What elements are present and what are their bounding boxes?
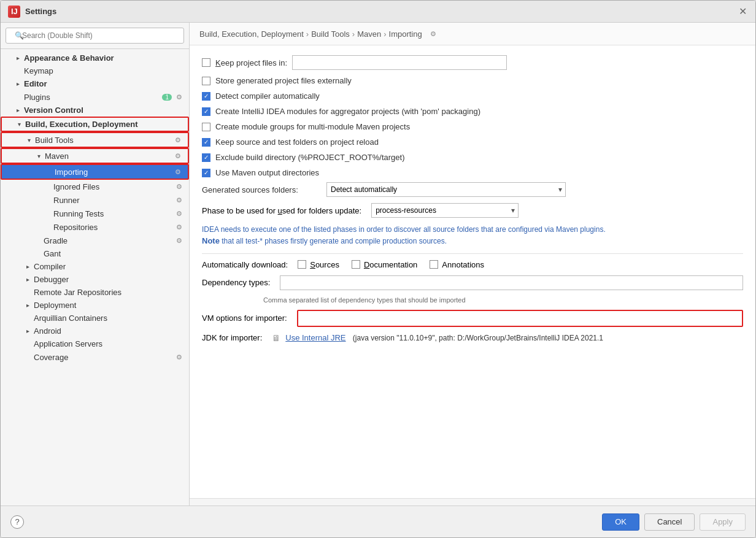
sidebar-item-gant[interactable]: Gant bbox=[1, 247, 189, 260]
sidebar-item-compiler[interactable]: ▸ Compiler bbox=[1, 260, 189, 273]
sidebar-item-runner[interactable]: Runner ⚙ bbox=[1, 193, 189, 207]
settings-icon: ⚙ bbox=[173, 151, 183, 161]
close-button[interactable]: ✕ bbox=[737, 6, 748, 17]
sidebar-item-version-control[interactable]: ▸ Version Control bbox=[1, 104, 189, 117]
dependency-types-input[interactable]: jar, test-jar, maven-plugin, ejb, ejb-cl… bbox=[280, 275, 743, 290]
phase-select[interactable]: process-resources generate-sources gener… bbox=[371, 203, 519, 218]
arrow-icon: ▾ bbox=[24, 137, 34, 144]
sidebar-item-label: Compiler bbox=[34, 262, 184, 271]
dependency-types-label: Dependency types: bbox=[202, 278, 270, 287]
keep-project-files-row: Keep project files in: bbox=[202, 55, 743, 70]
sidebar-item-debugger[interactable]: ▸ Debugger bbox=[1, 273, 189, 286]
sources-checkbox[interactable] bbox=[298, 260, 306, 269]
exclude-build-dir-checkbox[interactable]: ✓ bbox=[202, 153, 210, 162]
jdk-detail: (java version "11.0.10+9", path: D:/Work… bbox=[351, 334, 604, 342]
help-button[interactable]: ? bbox=[10, 515, 24, 529]
keep-source-folders-checkbox[interactable]: ✓ bbox=[202, 138, 210, 147]
arrow-icon: ▸ bbox=[23, 276, 33, 283]
auto-download-row: Automatically download: Sources Document… bbox=[202, 260, 743, 269]
auto-download-label: Automatically download: bbox=[202, 260, 288, 269]
sidebar-item-android[interactable]: ▸ Android bbox=[1, 325, 189, 337]
sidebar-item-label: Gant bbox=[44, 249, 184, 258]
settings-icon: ⚙ bbox=[173, 135, 183, 145]
plugins-badge: 1 bbox=[162, 94, 172, 101]
sidebar-item-label: Version Control bbox=[24, 106, 184, 115]
breadcrumb-settings-icon[interactable]: ⚙ bbox=[428, 29, 438, 39]
sidebar-item-label: Android bbox=[34, 326, 184, 336]
phase-label: Phase to be used for used for folders up… bbox=[202, 206, 361, 215]
sidebar-item-label: Editor bbox=[24, 79, 184, 88]
sidebar-item-appearance-behavior[interactable]: ▸ Appearance & Behavior bbox=[1, 52, 189, 64]
sidebar-item-app-servers[interactable]: Application Servers bbox=[1, 337, 189, 350]
sidebar-item-label: Build, Execution, Deployment bbox=[25, 120, 183, 129]
sidebar-item-editor[interactable]: ▸ Editor bbox=[1, 77, 189, 90]
detect-compiler-checkbox[interactable]: ✓ bbox=[202, 92, 210, 101]
jdk-label: JDK for importer: bbox=[202, 333, 262, 342]
info-text-line1: IDEA needs to execute one of the listed … bbox=[202, 224, 743, 235]
sidebar-item-importing[interactable]: Importing ⚙ bbox=[1, 164, 189, 180]
sidebar-tree: ▸ Appearance & Behavior Keymap ▸ Editor … bbox=[1, 49, 189, 505]
keep-project-files-label: Keep project files in: bbox=[215, 58, 287, 67]
settings-icon: ⚙ bbox=[174, 195, 184, 205]
ok-button[interactable]: OK bbox=[602, 513, 639, 531]
create-module-groups-checkbox[interactable] bbox=[202, 123, 210, 131]
breadcrumb-sep-3: › bbox=[384, 29, 386, 39]
sidebar-item-maven[interactable]: ▾ Maven ⚙ bbox=[1, 148, 189, 164]
keep-project-files-checkbox[interactable] bbox=[202, 58, 210, 67]
create-module-groups-label: Create module groups for multi-module Ma… bbox=[215, 122, 410, 131]
arrow-icon: ▸ bbox=[23, 302, 33, 309]
create-intellij-modules-label: Create IntelliJ IDEA modules for aggrega… bbox=[215, 107, 480, 116]
sidebar-item-remote-jar[interactable]: Remote Jar Repositories bbox=[1, 286, 189, 299]
sidebar-item-build-exec-deploy[interactable]: ▾ Build, Execution, Deployment bbox=[1, 117, 189, 132]
arrow-icon: ▸ bbox=[13, 55, 23, 61]
breadcrumb: Build, Execution, Deployment › Build Too… bbox=[190, 23, 755, 45]
phase-row: Phase to be used for used for folders up… bbox=[202, 203, 743, 218]
arrow-icon: ▸ bbox=[13, 107, 23, 113]
sidebar-item-label: Deployment bbox=[34, 301, 184, 310]
settings-icon: ⚙ bbox=[173, 167, 183, 177]
keep-source-folders-label: Keep source and test folders on project … bbox=[215, 137, 379, 147]
arrow-icon: ▾ bbox=[14, 121, 24, 128]
settings-icon: ⚙ bbox=[174, 352, 184, 362]
generated-sources-select-wrapper: Detect automatically Generated source ro… bbox=[326, 182, 566, 197]
sidebar-item-label: Coverage bbox=[34, 353, 174, 362]
sidebar-item-coverage[interactable]: Coverage ⚙ bbox=[1, 350, 189, 364]
settings-icon: ⚙ bbox=[174, 209, 184, 218]
store-generated-label: Store generated project files externally bbox=[215, 76, 352, 85]
documentation-checkbox[interactable] bbox=[352, 260, 360, 269]
use-maven-output-label: Use Maven output directories bbox=[215, 168, 319, 177]
search-input[interactable] bbox=[6, 28, 184, 44]
sidebar-item-running-tests[interactable]: Running Tests ⚙ bbox=[1, 207, 189, 220]
sidebar-item-label: Importing bbox=[55, 167, 173, 177]
sidebar-item-label: Keymap bbox=[24, 66, 184, 75]
apply-button[interactable]: Apply bbox=[700, 513, 746, 531]
generated-sources-select[interactable]: Detect automatically Generated source ro… bbox=[326, 182, 566, 197]
arrow-icon: ▾ bbox=[34, 153, 44, 159]
jdk-icon: 🖥 bbox=[272, 333, 280, 343]
sidebar-item-plugins[interactable]: Plugins 1 ⚙ bbox=[1, 90, 189, 104]
breadcrumb-part-2: Build Tools bbox=[311, 29, 350, 39]
main-area: Keep project files in: Store generated p… bbox=[190, 45, 755, 498]
sidebar-item-gradle[interactable]: Gradle ⚙ bbox=[1, 234, 189, 247]
sidebar-item-ignored-files[interactable]: Ignored Files ⚙ bbox=[1, 180, 189, 193]
annotations-checkbox[interactable] bbox=[430, 260, 438, 269]
sidebar-item-build-tools[interactable]: ▾ Build Tools ⚙ bbox=[1, 132, 189, 148]
sidebar-item-label: Runner bbox=[53, 196, 174, 205]
title-bar: IJ Settings ✕ bbox=[1, 1, 755, 23]
sidebar-item-deployment[interactable]: ▸ Deployment bbox=[1, 299, 189, 312]
keep-project-files-input[interactable] bbox=[292, 55, 507, 70]
arrow-icon: ▸ bbox=[13, 80, 23, 87]
horizontal-scrollbar[interactable] bbox=[190, 498, 755, 505]
search-box: 🔍 bbox=[1, 23, 189, 49]
create-intellij-modules-checkbox[interactable]: ✓ bbox=[202, 107, 210, 116]
use-maven-output-checkbox[interactable]: ✓ bbox=[202, 169, 210, 177]
breadcrumb-sep-1: › bbox=[306, 29, 309, 39]
sidebar-item-arquillian[interactable]: Arquillian Containers bbox=[1, 312, 189, 325]
vm-options-input[interactable]: -Dmaven.wagon.http.ssl.insecure=true -Dm… bbox=[297, 310, 743, 327]
sidebar-item-label: Debugger bbox=[34, 275, 184, 284]
cancel-button[interactable]: Cancel bbox=[644, 513, 695, 531]
sidebar-item-keymap[interactable]: Keymap bbox=[1, 64, 189, 77]
annotations-checkbox-group: Annotations bbox=[430, 260, 484, 269]
sidebar-item-repositories[interactable]: Repositories ⚙ bbox=[1, 220, 189, 234]
store-generated-checkbox[interactable] bbox=[202, 77, 210, 85]
